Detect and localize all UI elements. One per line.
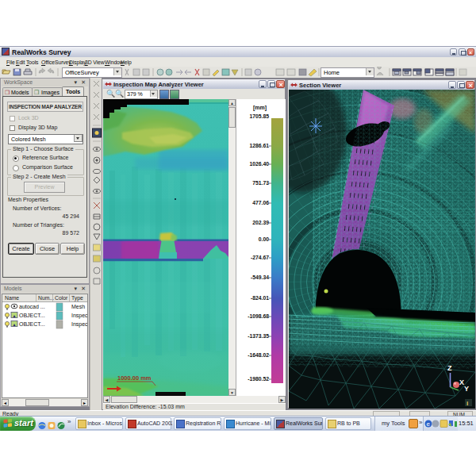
svg-text:-1648.02: -1648.02 [248,352,269,358]
svg-text:-1373.35: -1373.35 [248,333,269,339]
svg-text:Inspectio: Inspectio [71,321,87,328]
svg-text:i: i [466,400,468,407]
svg-text:1705.85: 1705.85 [249,113,269,119]
svg-text:202.39: 202.39 [252,220,269,225]
svg-text:Inspectio: Inspectio [71,313,87,319]
svg-text:Z: Z [447,364,452,372]
svg-text:-1980.52: -1980.52 [248,376,269,382]
svg-text:Mesh: Mesh [71,304,85,309]
svg-text:-824.01: -824.01 [251,295,269,301]
svg-text:[mm]: [mm] [253,105,267,111]
svg-text:OBJECT...: OBJECT... [19,313,45,318]
svg-text:Y: Y [464,385,469,393]
svg-text:e: e [427,420,431,428]
svg-text:1000.00 mm: 1000.00 mm [117,374,152,382]
svg-text:0.00: 0.00 [259,236,269,242]
svg-text:1026.40: 1026.40 [249,161,269,167]
svg-text:▲: ▲ [13,322,17,327]
svg-text:751.73: 751.73 [252,180,269,186]
svg-text:▲: ▲ [13,313,17,318]
svg-text:-1098.68: -1098.68 [248,313,269,319]
svg-text:OBJECT...: OBJECT... [19,321,45,327]
svg-text:autocad ...: autocad ... [19,304,45,309]
svg-text:1286.61: 1286.61 [249,143,269,148]
svg-text:-274.67: -274.67 [251,255,269,260]
svg-text:477.06: 477.06 [252,200,269,205]
svg-text:-549.34: -549.34 [251,274,269,280]
